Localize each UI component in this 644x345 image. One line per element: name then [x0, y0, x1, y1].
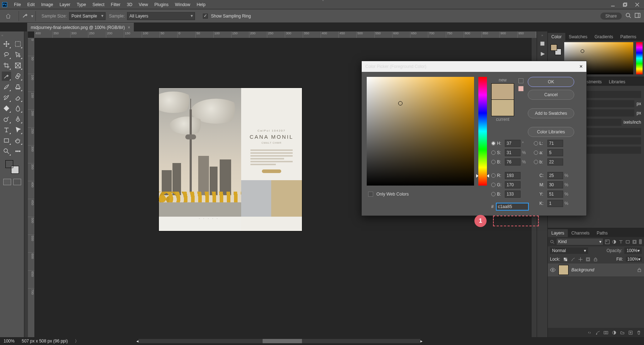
delete-layer-icon[interactable]	[636, 330, 641, 335]
gamut-warning-swatch[interactable]	[518, 86, 523, 91]
window-maximize-button[interactable]	[620, 1, 630, 8]
healing-tool[interactable]	[13, 72, 23, 81]
radio-a[interactable]	[534, 151, 538, 155]
move-tool[interactable]	[2, 39, 11, 49]
eyedropper-tool[interactable]	[2, 72, 11, 81]
path-selection-tool[interactable]	[13, 125, 23, 134]
cancel-button[interactable]: Cancel	[528, 90, 574, 100]
eraser-tool[interactable]	[13, 93, 23, 102]
document-artboard[interactable]: CalPol 104207 CANA MONIL CMALT CHMR · · …	[159, 88, 302, 231]
hue-slider[interactable]	[478, 77, 487, 186]
tab-layers[interactable]: Layers	[548, 229, 568, 237]
sample-layers-select[interactable]: All Layers	[127, 12, 195, 20]
opacity-input[interactable]: 100%▾	[624, 247, 642, 254]
input-bb[interactable]	[505, 191, 521, 198]
lock-paint-icon[interactable]	[571, 257, 575, 262]
tab-channels[interactable]: Channels	[568, 229, 593, 237]
window-close-button[interactable]	[633, 1, 642, 8]
only-web-colors-checkbox[interactable]	[368, 192, 373, 197]
dialog-titlebar[interactable]: Color Picker (Foreground Color) ✕	[362, 61, 586, 72]
link-layers-icon[interactable]	[587, 330, 592, 335]
filter-toggle[interactable]	[639, 239, 642, 244]
ok-button[interactable]: OK	[528, 77, 574, 87]
layer-style-icon[interactable]	[595, 330, 600, 335]
filter-image-icon[interactable]	[605, 240, 610, 244]
marquee-tool[interactable]	[13, 39, 23, 49]
document-tab[interactable]: midjourney-final-selection.png @ 100% (R…	[27, 23, 134, 31]
input-b[interactable]	[505, 158, 521, 166]
layer-filter-select[interactable]: Kind▾	[557, 238, 603, 245]
input-l[interactable]	[547, 140, 563, 147]
input-r[interactable]	[505, 172, 521, 179]
input-b2[interactable]	[547, 158, 563, 166]
layer-mask-icon[interactable]	[604, 330, 608, 335]
icon-button-2[interactable]	[540, 51, 545, 58]
lock-all-icon[interactable]	[593, 257, 598, 262]
visibility-icon[interactable]	[550, 267, 556, 273]
rectangle-tool[interactable]	[2, 136, 11, 145]
filter-smart-icon[interactable]	[632, 240, 637, 244]
gradient-tool[interactable]	[2, 104, 11, 113]
zoom-tool[interactable]	[2, 147, 11, 156]
selection-tool[interactable]	[13, 50, 23, 59]
horizontal-scrollbar[interactable]: ◂▸	[136, 339, 423, 344]
input-c[interactable]	[547, 172, 563, 179]
zoom-level[interactable]: 100%	[4, 339, 15, 344]
group-icon[interactable]	[620, 330, 625, 335]
home-button[interactable]	[4, 11, 13, 21]
tab-paths[interactable]: Paths	[593, 229, 611, 237]
add-to-swatches-button[interactable]: Add to Swatches	[528, 108, 574, 118]
input-a[interactable]	[547, 149, 563, 156]
filter-shape-icon[interactable]	[625, 240, 630, 244]
blur-tool[interactable]	[13, 104, 23, 113]
radio-l[interactable]	[534, 141, 538, 146]
show-sampling-ring-checkbox[interactable]	[203, 14, 208, 19]
brush-tool[interactable]	[2, 82, 11, 92]
radio-b[interactable]	[491, 160, 496, 164]
fill-input[interactable]: 100%▾	[626, 257, 642, 262]
radio-s[interactable]	[491, 151, 496, 155]
sample-size-select[interactable]: Point Sample	[69, 12, 106, 20]
share-button[interactable]: Share	[600, 13, 622, 20]
lock-transparent-icon[interactable]	[563, 257, 568, 262]
stamp-tool[interactable]	[13, 82, 23, 92]
crop-tool[interactable]	[2, 61, 11, 70]
input-y[interactable]	[547, 191, 563, 198]
edit-standard-mode[interactable]	[3, 179, 11, 185]
input-h[interactable]	[505, 140, 521, 147]
blend-mode-select[interactable]: Normal▾	[550, 247, 588, 254]
lock-artboard-icon[interactable]	[586, 257, 590, 262]
pen-tool[interactable]	[13, 114, 23, 124]
color-field[interactable]	[367, 77, 474, 186]
window-minimize-button[interactable]	[608, 1, 618, 8]
tab-color[interactable]: Color	[548, 33, 565, 41]
hand-tool[interactable]	[13, 136, 23, 145]
filter-adjust-icon[interactable]	[612, 240, 616, 244]
layer-item[interactable]: Background	[548, 263, 644, 276]
tab-libraries[interactable]: Libraries	[605, 78, 629, 86]
hex-input[interactable]	[496, 203, 529, 211]
filter-type-icon[interactable]	[619, 240, 623, 244]
new-layer-icon[interactable]	[628, 330, 633, 335]
type-tool[interactable]	[2, 125, 11, 134]
frame-tool[interactable]	[13, 61, 23, 70]
collapsed-panel-gutter[interactable]	[24, 31, 28, 337]
tab-swatches[interactable]: Swatches	[565, 33, 591, 41]
lasso-tool[interactable]	[2, 50, 11, 59]
search-button[interactable]	[625, 13, 631, 19]
current-color-swatch[interactable]	[491, 100, 514, 116]
history-brush-tool[interactable]	[2, 93, 11, 102]
tab-gradients[interactable]: Gradients	[591, 33, 617, 41]
dodge-tool[interactable]	[2, 114, 11, 124]
foreground-background-swatches[interactable]	[5, 160, 19, 174]
edit-toolbar-button[interactable]	[13, 147, 23, 156]
radio-b2[interactable]	[534, 160, 538, 164]
gamut-warning-icon[interactable]	[518, 78, 523, 83]
radio-h[interactable]	[491, 141, 496, 146]
radio-r[interactable]	[491, 173, 496, 178]
tab-patterns[interactable]: Patterns	[617, 33, 640, 41]
radio-g[interactable]	[491, 183, 496, 187]
close-tab-button[interactable]: ×	[128, 25, 130, 30]
input-s[interactable]	[505, 149, 521, 156]
foreground-swatch[interactable]	[5, 160, 13, 168]
